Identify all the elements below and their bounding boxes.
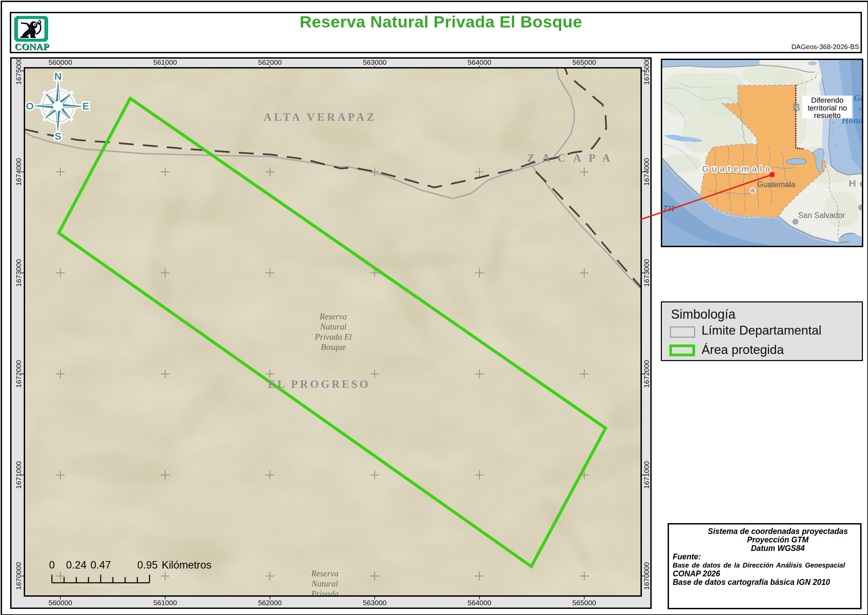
svg-text:Natural: Natural xyxy=(311,579,338,588)
svg-text:Gu: Gu xyxy=(854,93,862,103)
svg-text:Diferendo: Diferendo xyxy=(811,96,843,105)
svg-text:Ho: Ho xyxy=(849,178,862,189)
svg-text:0.47: 0.47 xyxy=(91,559,111,571)
svg-text:S: S xyxy=(55,131,61,142)
svg-text:Reserva: Reserva xyxy=(311,569,339,578)
svg-text:Kilómetros: Kilómetros xyxy=(162,559,211,571)
svg-text:Bosque: Bosque xyxy=(321,342,346,351)
svg-text:0.24: 0.24 xyxy=(66,559,86,571)
svg-text:Guatemala: Guatemala xyxy=(757,180,795,189)
svg-text:d: d xyxy=(859,104,862,112)
svg-text:Natural: Natural xyxy=(320,322,347,331)
svg-text:Guatemala: Guatemala xyxy=(702,164,773,174)
svg-text:721: 721 xyxy=(663,204,675,212)
svg-text:San Salvador: San Salvador xyxy=(798,211,845,220)
svg-text:Privada: Privada xyxy=(311,589,339,595)
svg-text:0.95: 0.95 xyxy=(137,559,158,571)
svg-text:E: E xyxy=(83,100,89,112)
svg-text:Reserva: Reserva xyxy=(319,312,347,321)
svg-text:Privada El: Privada El xyxy=(314,332,351,342)
svg-text:EL PROGRESO: EL PROGRESO xyxy=(268,378,370,390)
svg-text:ZACAPA: ZACAPA xyxy=(527,152,617,164)
svg-text:resuelto: resuelto xyxy=(814,111,840,120)
svg-text:O: O xyxy=(26,100,34,112)
svg-text:N: N xyxy=(54,70,62,82)
svg-text:ALTA VERAPAZ: ALTA VERAPAZ xyxy=(264,111,376,123)
svg-text:CONAP: CONAP xyxy=(14,41,49,51)
svg-text:0: 0 xyxy=(49,559,55,571)
svg-text:B: B xyxy=(792,101,800,113)
